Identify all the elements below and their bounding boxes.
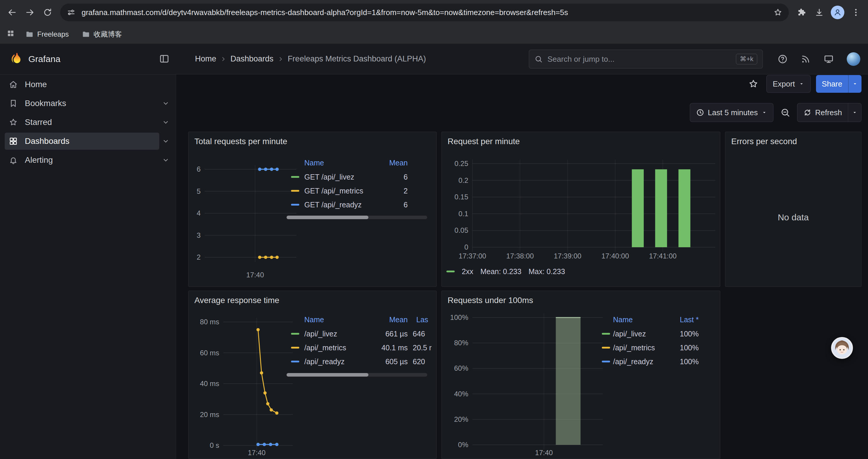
scrollbar-thumb[interactable]	[286, 216, 368, 219]
sidebar-item-home[interactable]: Home	[0, 75, 176, 94]
browser-back-icon[interactable]	[4, 4, 20, 21]
sidebar-item-label: Bookmarks	[25, 99, 66, 108]
time-controls: Last 5 minutes Refresh	[690, 103, 862, 122]
sidebar-item-bookmarks[interactable]: Bookmarks	[0, 94, 176, 113]
browser-profile-avatar[interactable]	[831, 6, 844, 19]
legend-row[interactable]: GET /api/_livez6	[290, 170, 429, 184]
svg-text:0 s: 0 s	[210, 441, 219, 449]
series-color-dash	[291, 347, 299, 349]
svg-text:17:39:00: 17:39:00	[554, 252, 582, 260]
downloads-icon[interactable]	[811, 4, 827, 21]
sidebar-item-starred[interactable]: Starred	[0, 113, 176, 132]
legend-row[interactable]: /api/_livez661 µs646	[290, 327, 437, 340]
bookmark-star-icon[interactable]	[773, 8, 782, 17]
share-button-group: Share	[816, 75, 862, 93]
chevron-down-icon	[761, 109, 767, 116]
legend: 2xxMean: 0.233Max: 0.233	[446, 266, 565, 277]
panel-request-per-minute: Request per minute0.250.20.150.10.05017:…	[441, 132, 720, 287]
sidebar-toggle-icon[interactable]	[159, 54, 170, 65]
legend-series-name[interactable]: 2xx	[462, 267, 473, 276]
chevron-down-icon[interactable]	[160, 155, 171, 165]
legend-value: 2	[404, 186, 408, 195]
breadcrumb-item-home[interactable]: Home	[195, 54, 216, 64]
legend-value: 605 µs	[385, 357, 408, 366]
share-menu-button[interactable]	[848, 75, 862, 93]
svg-text:17:40:00: 17:40:00	[601, 252, 629, 260]
time-range-label: Last 5 minutes	[708, 108, 758, 117]
refresh-interval-button[interactable]	[848, 103, 862, 122]
bookmark-item[interactable]: Freeleaps	[25, 30, 69, 38]
panel-errors-per-second: Errors per secondNo data	[725, 132, 862, 287]
panel-average-response-time: Average response time80 ms60 ms40 ms20 m…	[188, 291, 437, 459]
legend-column-header[interactable]: Las	[416, 316, 428, 324]
legend-column-header[interactable]: Name	[304, 316, 324, 324]
share-label: Share	[822, 79, 842, 89]
bookmark-icon	[9, 99, 18, 108]
zoom-out-icon[interactable]	[778, 105, 793, 120]
breadcrumb-separator-icon	[277, 56, 284, 63]
browser-chrome: grafana.mathmast.com/d/deytv4rwavabkb/fr…	[0, 0, 868, 44]
refresh-button[interactable]: Refresh	[797, 103, 848, 122]
sidebar-item-dashboards[interactable]: Dashboards	[0, 132, 176, 151]
legend-column-header[interactable]: Last *	[680, 316, 699, 324]
favorite-star-icon[interactable]	[746, 76, 761, 92]
site-settings-icon[interactable]	[67, 8, 75, 17]
legend-scrollbar[interactable]	[286, 216, 427, 219]
svg-text:3: 3	[197, 231, 200, 239]
legend-row[interactable]: /api/_livez100%	[601, 327, 699, 340]
legend-row[interactable]: GET /api/_readyz6	[290, 198, 429, 211]
svg-text:80%: 80%	[454, 339, 468, 347]
svg-text:2: 2	[197, 253, 200, 261]
folder-icon	[25, 30, 34, 38]
help-icon[interactable]	[778, 54, 788, 64]
news-rss-icon[interactable]	[801, 54, 811, 64]
search-input[interactable]: Search or jump to... ⌘+k	[529, 50, 763, 68]
address-bar[interactable]: grafana.mathmast.com/d/deytv4rwavabkb/fr…	[60, 4, 789, 21]
url-text: grafana.mathmast.com/d/deytv4rwavabkb/fr…	[82, 8, 768, 17]
legend-column-header[interactable]: Name	[613, 316, 633, 324]
legend-series-name: GET /api/_livez	[304, 172, 354, 181]
breadcrumb-item-freeleaps-metrics-dashboard-alpha: Freeleaps Metrics Dashboard (ALPHA)	[288, 54, 426, 64]
sidebar-item-label: Alerting	[25, 155, 53, 165]
legend-column-header[interactable]: Mean	[389, 316, 408, 324]
sidebar-item-label: Dashboards	[25, 136, 69, 146]
legend-row[interactable]: /api/_metrics40.1 ms20.5 r	[290, 340, 437, 355]
export-button[interactable]: Export	[766, 75, 810, 93]
legend-row[interactable]: /api/_readyz100%	[601, 355, 699, 368]
time-range-picker[interactable]: Last 5 minutes	[690, 103, 773, 122]
refresh-label: Refresh	[815, 108, 842, 117]
chevron-down-icon[interactable]	[160, 117, 171, 128]
legend-row[interactable]: /api/_metrics100%	[601, 340, 699, 355]
apps-grid-icon[interactable]	[6, 29, 17, 39]
bookmark-item[interactable]: 收藏博客	[82, 30, 122, 39]
panel-title[interactable]: Errors per second	[731, 137, 797, 146]
series-color-dash	[602, 361, 610, 362]
legend-series-name: GET /api/_readyz	[304, 200, 362, 209]
legend-column-header[interactable]: Name	[304, 159, 324, 167]
legend-scrollbar[interactable]	[286, 373, 427, 376]
legend-column-header[interactable]: Mean	[389, 159, 408, 167]
assistant-avatar[interactable]	[831, 337, 853, 359]
browser-forward-icon[interactable]	[22, 4, 38, 21]
breadcrumb-item-dashboards[interactable]: Dashboards	[230, 54, 274, 64]
grafana-logo-icon[interactable]	[9, 52, 23, 66]
browser-reload-icon[interactable]	[39, 4, 56, 21]
svg-text:60%: 60%	[454, 364, 468, 372]
sidebar-item-label: Home	[25, 80, 47, 89]
display-icon[interactable]	[824, 54, 834, 64]
legend-row[interactable]: GET /api/_metrics2	[290, 184, 429, 198]
chevron-down-icon[interactable]	[160, 136, 171, 146]
browser-menu-icon[interactable]	[848, 4, 864, 21]
svg-text:0: 0	[464, 243, 468, 251]
legend-table: NameMeanLas/api/_livez661 µs646/api/_met…	[290, 313, 437, 368]
extensions-icon[interactable]	[794, 4, 809, 21]
chart-canvas[interactable]: 0.250.20.150.10.05017:37:0017:38:0017:39…	[442, 132, 720, 287]
user-avatar[interactable]	[847, 52, 860, 66]
scrollbar-thumb[interactable]	[286, 373, 368, 376]
grafana-header: Grafana HomeDashboardsFreeleaps Metrics …	[0, 44, 868, 74]
chevron-down-icon[interactable]	[160, 98, 171, 109]
legend-row[interactable]: /api/_readyz605 µs620	[290, 355, 437, 368]
share-button[interactable]: Share	[816, 75, 848, 93]
svg-text:17:40: 17:40	[248, 449, 266, 457]
sidebar-item-alerting[interactable]: Alerting	[0, 151, 176, 169]
